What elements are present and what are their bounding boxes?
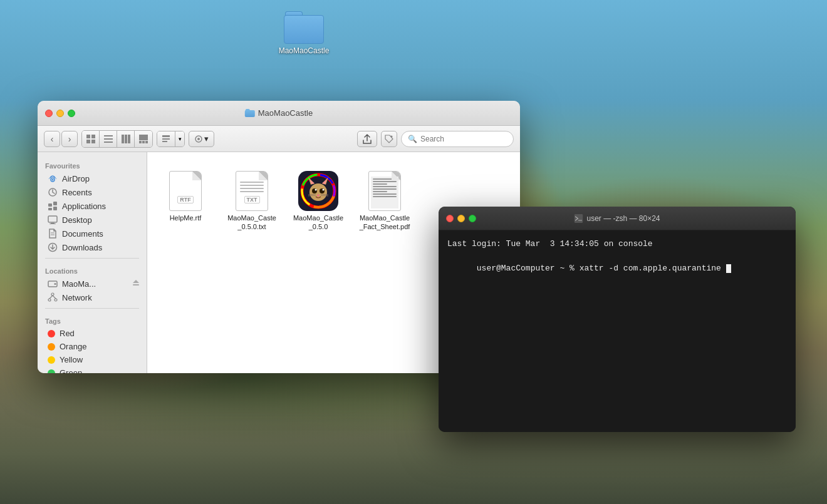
terminal-titlebar: user — -zsh — 80×24 xyxy=(439,207,796,230)
svg-rect-25 xyxy=(53,207,57,210)
view-buttons xyxy=(81,130,153,148)
minimize-button[interactable] xyxy=(56,110,64,117)
view-icon-button[interactable] xyxy=(82,131,100,147)
terminal-close-button[interactable] xyxy=(446,215,454,222)
action-button[interactable]: ▾ xyxy=(189,131,214,147)
finder-title-text: MaoMaoCastle xyxy=(258,108,313,118)
sidebar-divider-1 xyxy=(45,258,139,259)
pdf-line-1 xyxy=(373,178,397,180)
rtf-type-label: RTF xyxy=(177,196,194,203)
sidebar-tag-green[interactable]: Green xyxy=(40,366,144,373)
finder-toolbar: ‹ › xyxy=(38,126,520,152)
sidebar-item-network[interactable]: Network xyxy=(40,291,144,304)
drive-icon xyxy=(48,279,58,289)
sidebar-item-applications[interactable]: Applications xyxy=(40,199,144,213)
svg-line-41 xyxy=(53,296,56,299)
documents-icon xyxy=(48,229,58,239)
file-maomao-app[interactable]: MaoMao_Castle_0.5.0 xyxy=(290,162,346,235)
pdf-file-icon xyxy=(365,166,405,211)
maomao-drive-main[interactable]: MaoMa... xyxy=(40,277,128,291)
favourites-section-title: Favourites xyxy=(38,157,147,172)
file-maomao-pdf[interactable]: MaoMao_Castle_Fact_Sheet.pdf xyxy=(356,162,413,235)
forward-button[interactable]: › xyxy=(61,131,78,147)
title-folder-icon xyxy=(245,109,255,117)
traffic-lights xyxy=(45,110,75,117)
finder-titlebar: MaoMaoCastle xyxy=(38,101,520,126)
action-arrow: ▾ xyxy=(204,134,209,143)
pdf-line-5 xyxy=(373,188,397,190)
sidebar-divider-2 xyxy=(45,308,139,309)
desktop-folder-icon xyxy=(284,11,324,44)
maomao-pdf-filename: MaoMao_Castle_Fact_Sheet.pdf xyxy=(359,213,410,232)
sidebar-item-desktop[interactable]: Desktop xyxy=(40,213,144,227)
sidebar-item-recents[interactable]: Recents xyxy=(40,185,144,199)
pdf-line-4 xyxy=(373,186,397,187)
back-button[interactable]: ‹ xyxy=(44,131,60,147)
sidebar-tag-orange[interactable]: Orange xyxy=(40,340,144,353)
terminal-content[interactable]: Last login: Tue Mar 3 14:34:05 on consol… xyxy=(439,230,796,432)
search-input[interactable] xyxy=(420,135,507,143)
terminal-maximize-button[interactable] xyxy=(469,215,476,222)
sidebar-item-documents[interactable]: Documents xyxy=(40,227,144,240)
arrange-arrow[interactable]: ▾ xyxy=(175,131,184,147)
file-maomao-txt[interactable]: TXT MaoMao_Caste_0.5.0.txt xyxy=(224,162,280,235)
svg-rect-36 xyxy=(133,284,139,285)
svg-point-37 xyxy=(51,293,54,296)
txt-type-label: TXT xyxy=(244,196,260,203)
txt-line-2 xyxy=(240,185,264,186)
svg-rect-3 xyxy=(91,140,95,143)
gear-icon xyxy=(194,135,203,143)
txt-line-3 xyxy=(240,188,264,189)
view-list-button[interactable] xyxy=(100,131,117,147)
gallery-view-icon xyxy=(139,135,148,143)
arrange-button[interactable]: ▾ xyxy=(157,131,185,147)
svg-rect-5 xyxy=(104,138,113,140)
orange-tag-dot xyxy=(48,343,55,351)
svg-rect-0 xyxy=(86,135,90,138)
sidebar-item-maomao-drive[interactable]: MaoMa... xyxy=(40,277,144,291)
svg-rect-29 xyxy=(49,224,56,224)
close-button[interactable] xyxy=(45,110,53,117)
svg-line-40 xyxy=(49,296,53,299)
eject-button[interactable] xyxy=(128,277,144,291)
sidebar-tag-red[interactable]: Red xyxy=(40,327,144,340)
desktop-folder[interactable]: MaoMaoCastle xyxy=(276,11,332,55)
file-helpme-rtf[interactable]: RTF HelpMe.rtf xyxy=(157,162,214,235)
sidebar-item-airdrop[interactable]: AirDrop xyxy=(40,172,144,185)
app-file-icon xyxy=(298,166,338,211)
terminal-minimize-button[interactable] xyxy=(457,215,465,222)
forward-icon: › xyxy=(68,134,71,144)
maximize-button[interactable] xyxy=(68,110,75,117)
pdf-line-8 xyxy=(373,196,397,197)
downloads-icon xyxy=(48,242,58,252)
maomao-drive-label: MaoMa... xyxy=(62,279,96,289)
list-view-icon xyxy=(104,135,113,143)
eject-icon xyxy=(133,279,139,287)
nav-buttons: ‹ › xyxy=(44,131,78,147)
svg-rect-10 xyxy=(139,135,148,140)
airdrop-label: AirDrop xyxy=(62,174,90,183)
search-box[interactable]: 🔍 xyxy=(401,131,514,147)
pdf-line-7 xyxy=(373,193,397,195)
share-button[interactable] xyxy=(357,131,377,147)
view-column-button[interactable] xyxy=(117,131,135,147)
svg-point-49 xyxy=(309,183,327,201)
svg-rect-7 xyxy=(122,135,124,143)
orange-tag-label: Orange xyxy=(60,342,86,351)
sidebar-item-downloads[interactable]: Downloads xyxy=(40,240,144,254)
arrange-main[interactable] xyxy=(157,131,175,147)
desktop-icon xyxy=(48,215,58,225)
applications-icon xyxy=(48,201,58,211)
tag-button[interactable] xyxy=(381,131,397,147)
recents-icon xyxy=(48,187,58,197)
maomao-txt-filename: MaoMao_Caste_0.5.0.txt xyxy=(226,213,278,232)
svg-rect-8 xyxy=(125,135,127,143)
view-gallery-button[interactable] xyxy=(135,131,152,147)
sidebar-tag-yellow[interactable]: Yellow xyxy=(40,353,144,366)
airdrop-icon xyxy=(48,173,58,183)
svg-rect-14 xyxy=(162,135,170,137)
svg-rect-13 xyxy=(145,141,148,143)
svg-rect-16 xyxy=(162,141,167,142)
terminal-line-2: user@MacComputer ~ % xattr -d com.apple.… xyxy=(447,250,787,287)
yellow-tag-dot xyxy=(48,356,55,364)
